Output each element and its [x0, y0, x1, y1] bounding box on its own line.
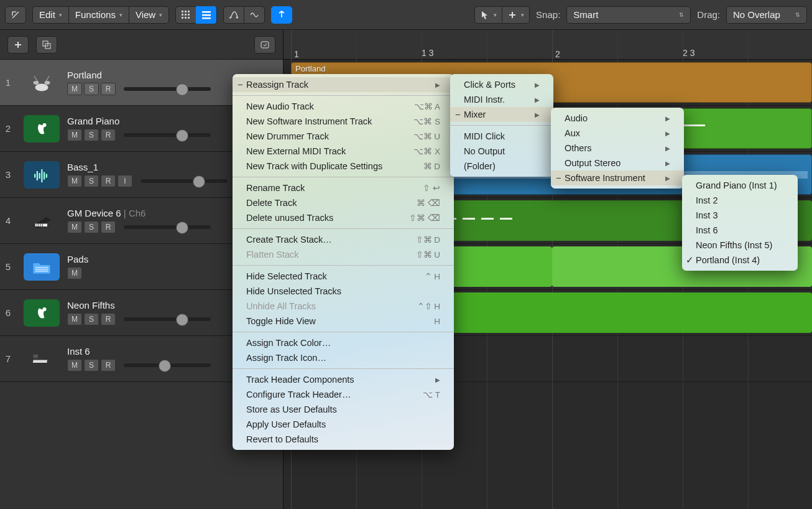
volume-slider[interactable]: [141, 179, 228, 183]
drag-select[interactable]: No Overlap ⇅: [726, 6, 807, 24]
instrument-item[interactable]: Neon Fifths (Inst 5): [682, 238, 798, 253]
msr-m-button[interactable]: M: [67, 175, 82, 187]
snap-value: Smart: [573, 9, 598, 20]
global-tracks-button[interactable]: [254, 36, 275, 54]
menu-separator: [233, 228, 454, 229]
msr-m-button[interactable]: M: [67, 83, 82, 95]
msr-m-button[interactable]: M: [67, 313, 82, 325]
submenu-sw-inst[interactable]: −Software Instrument▶: [551, 170, 684, 185]
track-icon-swinst[interactable]: [24, 299, 60, 327]
msr-r-button[interactable]: R: [101, 129, 116, 141]
svg-point-12: [230, 16, 232, 18]
menu-hide-unsel[interactable]: Hide Unselected Tracks: [233, 284, 454, 299]
msr-i-button[interactable]: I: [118, 175, 132, 187]
menu-new-dup[interactable]: New Track with Duplicate Settings⌘ D: [233, 159, 454, 174]
menu-separator: [233, 95, 454, 96]
msr-r-button[interactable]: R: [101, 83, 116, 95]
view-menu[interactable]: View▾: [129, 6, 169, 24]
catch-icon: [260, 40, 270, 50]
ruler-mark: 2 3: [683, 48, 694, 58]
svg-rect-26: [41, 169, 42, 182]
submenu-output-stereo[interactable]: Output Stereo▶: [551, 156, 684, 170]
duplicate-track-button[interactable]: [36, 36, 57, 54]
functions-menu[interactable]: Functions▾: [68, 6, 129, 24]
pointer-tool[interactable]: ▾: [474, 6, 502, 24]
collapse-button[interactable]: [5, 6, 26, 24]
automation-button[interactable]: [223, 6, 244, 24]
menu-delete-unused[interactable]: Delete unused Tracks⇧⌘ ⌫: [233, 210, 454, 225]
submenu-audio[interactable]: Audio▶: [551, 111, 684, 126]
msr-r-button[interactable]: R: [101, 359, 116, 371]
msr-s-button[interactable]: S: [84, 129, 99, 141]
svg-point-37: [43, 307, 47, 311]
submenu-midi-click[interactable]: MIDI Click: [450, 129, 553, 144]
msr-m-button[interactable]: M: [67, 359, 82, 371]
track-icon-keyboard[interactable]: [24, 345, 60, 373]
ruler[interactable]: 1 1 3 2 2 3: [284, 30, 812, 60]
svg-rect-28: [46, 174, 47, 177]
submenu-no-output[interactable]: No Output: [450, 144, 553, 159]
msr-s-button[interactable]: S: [84, 359, 99, 371]
menu-delete[interactable]: Delete Track⌘ ⌫: [233, 195, 454, 210]
msr-m-button[interactable]: M: [67, 129, 82, 141]
instrument-item[interactable]: Grand Piano (Inst 1): [682, 178, 798, 193]
edit-menu[interactable]: Edit▾: [32, 6, 68, 24]
instrument-item[interactable]: Inst 6: [682, 223, 798, 238]
track-number: 6: [0, 307, 16, 318]
submenu-midi-instr[interactable]: MIDI Instr.▶: [450, 92, 553, 107]
submenu-aux[interactable]: Aux▶: [551, 126, 684, 141]
track-icon-swinst[interactable]: [24, 115, 60, 142]
track-icon-drumkit[interactable]: [24, 69, 60, 96]
volume-slider[interactable]: [124, 87, 211, 91]
track-icon-piano[interactable]: [24, 207, 60, 235]
menu-store-def[interactable]: Store as User Defaults: [233, 402, 454, 417]
track-icon-folder[interactable]: [24, 253, 60, 281]
msr-m-button[interactable]: M: [67, 267, 82, 279]
instrument-item[interactable]: ✓Portland (Inst 4): [682, 253, 798, 268]
catch-playhead-button[interactable]: [271, 6, 292, 24]
flex-button[interactable]: [244, 6, 265, 24]
snap-select[interactable]: Smart ⇅: [566, 6, 691, 24]
menu-apply-def[interactable]: Apply User Defaults: [233, 417, 454, 432]
volume-slider[interactable]: [124, 225, 211, 229]
menu-rename[interactable]: Rename Track⇧ ↩: [233, 180, 454, 195]
menu-revert-def[interactable]: Revert to Defaults: [233, 432, 454, 447]
menu-hide-sel[interactable]: Hide Selected Track⌃ H: [233, 269, 454, 284]
msr-r-button[interactable]: R: [101, 313, 116, 325]
instrument-item[interactable]: Inst 3: [682, 208, 798, 223]
msr-s-button[interactable]: S: [84, 83, 99, 95]
menu-assign-color[interactable]: Assign Track Color…: [233, 335, 454, 350]
submenu-folder[interactable]: (Folder): [450, 159, 553, 174]
menu-reassign-track[interactable]: −Reassign Track▶: [233, 77, 454, 92]
menu-new-audio[interactable]: New Audio Track⌥⌘ A: [233, 99, 454, 114]
msr-s-button[interactable]: S: [84, 221, 99, 233]
volume-slider[interactable]: [124, 363, 211, 367]
menu-label: New External MIDI Track: [246, 146, 346, 156]
shortcut: ⇧ ↩: [423, 183, 440, 193]
msr-m-button[interactable]: M: [67, 221, 82, 233]
submenu-instruments: Grand Piano (Inst 1)Inst 2Inst 3Inst 6Ne…: [682, 175, 798, 271]
volume-slider[interactable]: [124, 133, 211, 137]
add-track-button[interactable]: [7, 36, 29, 54]
menu-new-ext[interactable]: New External MIDI Track⌥⌘ X: [233, 144, 454, 159]
msr-r-button[interactable]: R: [101, 221, 116, 233]
msr-r-button[interactable]: R: [101, 175, 116, 187]
menu-assign-icon[interactable]: Assign Track Icon…: [233, 350, 454, 365]
menu-toggle-hide[interactable]: Toggle Hide ViewH: [233, 314, 454, 329]
msr-s-button[interactable]: S: [84, 313, 99, 325]
instrument-item[interactable]: Inst 2: [682, 193, 798, 208]
track-icon-audio[interactable]: [24, 161, 60, 189]
grid-view-button[interactable]: [175, 6, 196, 24]
alt-tool[interactable]: ▾: [502, 6, 530, 24]
menu-new-drummer[interactable]: New Drummer Track⌥⌘ U: [233, 129, 454, 144]
menu-header-comp[interactable]: Track Header Components▶: [233, 372, 454, 387]
submenu-others[interactable]: Others▶: [551, 141, 684, 156]
menu-create-stack[interactable]: Create Track Stack…⇧⌘ D: [233, 232, 454, 247]
menu-new-sw[interactable]: New Software Instrument Track⌥⌘ S: [233, 114, 454, 129]
submenu-mixer[interactable]: −Mixer▶: [450, 107, 553, 122]
menu-configure[interactable]: Configure Track Header…⌥ T: [233, 387, 454, 402]
msr-s-button[interactable]: S: [84, 175, 99, 187]
submenu-click-ports[interactable]: Click & Ports▶: [450, 77, 553, 92]
list-view-button[interactable]: [196, 6, 217, 24]
volume-slider[interactable]: [124, 317, 211, 321]
